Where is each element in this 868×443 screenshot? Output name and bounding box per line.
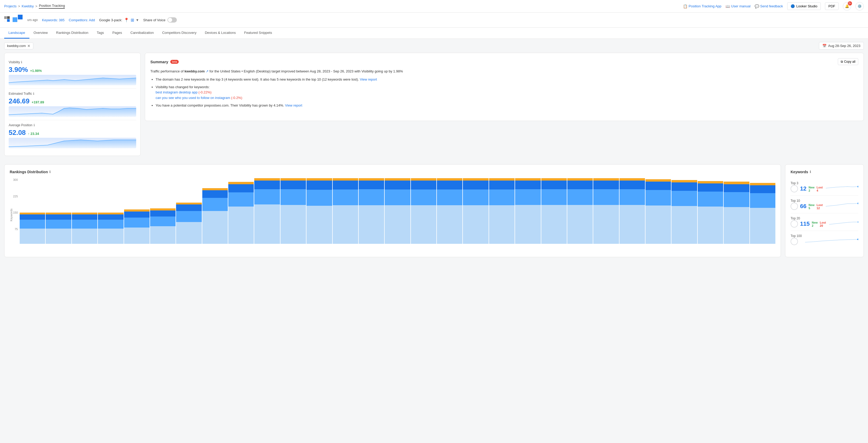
rankings-distribution-card: Rankings Distribution ℹ 300 225 150 75 K… xyxy=(4,164,781,257)
bar-segment xyxy=(20,229,45,244)
bar-segment xyxy=(515,178,540,181)
bar-segment xyxy=(124,211,150,217)
bar-segment xyxy=(254,189,280,204)
tab-snippets[interactable]: Featured Snippets xyxy=(240,28,276,38)
keywords-count[interactable]: 385 xyxy=(59,18,65,22)
bar-segment xyxy=(385,189,410,205)
keywords-info: Keywords: 385 xyxy=(42,18,65,22)
top10-chart xyxy=(826,201,858,208)
rankings-chart-area: 300 225 150 75 Keywords xyxy=(10,178,775,252)
tab-cannibalization[interactable]: Cannibalization xyxy=(126,28,158,38)
pdf-button[interactable]: PDF xyxy=(825,2,839,10)
metrics-card: Visibility ℹ 3.90% +1.98% xyxy=(4,53,141,156)
bar-segment xyxy=(567,178,593,181)
add-competitors-link[interactable]: Add xyxy=(89,18,95,22)
kwebby-external-link[interactable]: ↗ xyxy=(206,69,209,73)
looker-studio-button[interactable]: 🔵 Looker Studio xyxy=(787,2,821,10)
share-voice: Share of Voice xyxy=(143,17,177,23)
bar-col-4 xyxy=(124,178,150,244)
kw-instagram-follow[interactable]: can you see who you used to follow on in… xyxy=(156,96,230,100)
bar-segment xyxy=(359,178,384,181)
bar-segment xyxy=(124,228,150,244)
bar-segment xyxy=(593,181,619,189)
bar-col-14 xyxy=(385,178,410,244)
bullet3-view-report[interactable]: View report xyxy=(285,104,302,107)
top20-circle xyxy=(790,220,798,228)
kw-instagram-desktop[interactable]: best instagram desktop app xyxy=(156,90,197,94)
position-label: Average Position ℹ xyxy=(9,123,136,127)
summary-bullet-1: The domain has 2 new keywords in the top… xyxy=(156,77,858,82)
filter-bar: kwebby.com ✕ 📅 Aug 28-Sep 26, 2023 xyxy=(0,39,868,53)
bar-segment xyxy=(385,181,410,189)
top20-label: Top 20 xyxy=(790,216,826,220)
top20-chart xyxy=(829,218,858,226)
bar-segment xyxy=(20,213,45,214)
bar-col-25 xyxy=(672,178,697,244)
bar-segment xyxy=(672,180,697,182)
bar-segment xyxy=(620,181,645,189)
tab-pages[interactable]: Pages xyxy=(108,28,126,38)
bar-segment xyxy=(646,179,671,182)
bar-segment xyxy=(437,181,462,189)
bar-segment xyxy=(646,182,671,190)
visibility-label: Visibility ℹ xyxy=(9,60,136,64)
bar-segment xyxy=(176,203,202,205)
tab-rankings[interactable]: Rankings Distribution xyxy=(52,28,93,38)
bar-segment xyxy=(463,189,488,205)
bar-segment xyxy=(385,205,410,244)
tab-devices[interactable]: Devices & Locations xyxy=(201,28,240,38)
domain-remove-button[interactable]: ✕ xyxy=(27,44,30,48)
bar-segment xyxy=(280,189,306,205)
tab-overview[interactable]: Overview xyxy=(29,28,52,38)
traffic-change: +197.89 xyxy=(32,100,44,104)
notification-badge: 3+ xyxy=(848,1,852,5)
bar-col-27 xyxy=(724,178,749,244)
copy-all-button[interactable]: ⧉ Copy all xyxy=(838,58,858,65)
user-manual-link[interactable]: 📖 User manual xyxy=(725,4,750,8)
tab-competitors[interactable]: Competitors Discovery xyxy=(158,28,201,38)
date-range-picker[interactable]: 📅 Aug 28-Sep 26, 2023 xyxy=(819,42,864,50)
send-feedback-link[interactable]: 💬 Send feedback xyxy=(755,4,783,8)
bar-segment xyxy=(98,220,123,228)
bar-segment xyxy=(307,206,332,244)
breadcrumb-active: Position Tracking xyxy=(39,4,65,9)
manual-icon: 📖 xyxy=(725,4,730,8)
settings-button[interactable]: ⚙️ xyxy=(856,2,864,10)
tab-landscape[interactable]: Landscape xyxy=(4,28,29,38)
bar-segment xyxy=(411,181,436,189)
bar-segment xyxy=(541,189,567,205)
bar-col-17 xyxy=(463,178,488,244)
bar-col-0 xyxy=(20,178,45,244)
bar-segment xyxy=(202,190,228,198)
svg-rect-5 xyxy=(18,15,23,20)
top3-circle xyxy=(790,185,798,193)
bar-segment xyxy=(437,178,462,181)
breadcrumb-kwebby[interactable]: Kwebby xyxy=(22,4,34,8)
top10-circle xyxy=(790,203,798,210)
bar-col-11 xyxy=(307,178,332,244)
bullet1-view-report[interactable]: View report xyxy=(360,78,377,81)
top3-row: Top 3 12 New2 Lost4 xyxy=(790,178,858,196)
y-label-150: 150 xyxy=(13,211,18,214)
bar-segment xyxy=(672,182,697,191)
bar-segment xyxy=(98,214,123,220)
tab-tags[interactable]: Tags xyxy=(93,28,108,38)
svg-point-9 xyxy=(857,239,858,240)
position-tracking-app-link[interactable]: 📋 Position Tracking App xyxy=(683,4,721,8)
bar-segment xyxy=(307,178,332,181)
share-voice-toggle[interactable] xyxy=(167,17,177,23)
breadcrumb-projects[interactable]: Projects xyxy=(4,4,17,8)
logo-svg xyxy=(4,16,11,24)
bar-segment xyxy=(620,178,645,181)
domain-label: kwebby.com xyxy=(7,44,26,48)
chevron-down-icon[interactable]: ▼ xyxy=(136,18,139,22)
bar-segment xyxy=(698,181,723,183)
position-metric: Average Position ℹ 52.08 ↑ 23.34 xyxy=(9,120,136,151)
bar-segment xyxy=(698,207,723,244)
bar-segment xyxy=(541,205,567,244)
bar-segment xyxy=(489,178,515,181)
bar-segment xyxy=(620,189,645,205)
notification-button[interactable]: 🔔 3+ xyxy=(843,2,851,10)
bar-segment xyxy=(437,189,462,205)
bar-segment xyxy=(98,213,123,214)
